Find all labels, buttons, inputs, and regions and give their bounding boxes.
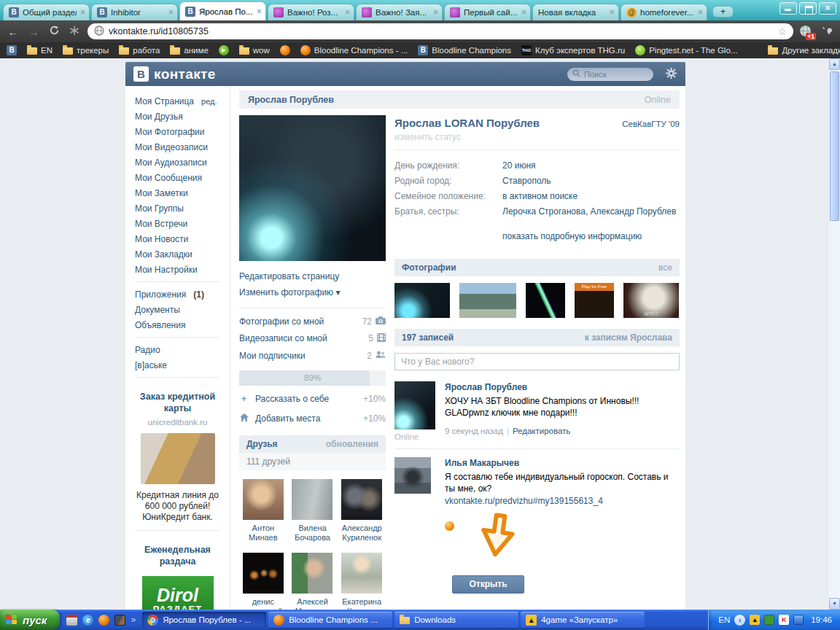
show-full-info-link[interactable]: показать подробную информацию: [502, 228, 642, 244]
friend-aleksey-mishchenko[interactable]: АлексейМищенко: [290, 553, 335, 610]
scrollbar-thumb[interactable]: [830, 71, 839, 221]
tab-close-icon[interactable]: [698, 9, 703, 16]
picture-icon[interactable]: [114, 615, 125, 626]
field-value-link[interactable]: 20 июня: [502, 160, 536, 171]
sidebar-item-settings[interactable]: Мои Настройки: [135, 262, 230, 277]
ad-title[interactable]: Еженедельная раздача: [135, 541, 220, 569]
bookmark-thg[interactable]: THGКлуб экспертов THG.ru: [521, 45, 625, 55]
tab-close-icon[interactable]: [168, 9, 174, 16]
task-bloodline-champions[interactable]: Bloodline Champions ...: [268, 612, 392, 628]
bookmark-play[interactable]: [219, 45, 229, 55]
gear-icon[interactable]: [665, 67, 677, 82]
tray-collapse-icon[interactable]: [734, 615, 745, 626]
ad-dirol[interactable]: Еженедельная раздача Dirol РАЗДАЕТ Стиль…: [135, 535, 230, 610]
tab-perviy-sait[interactable]: Первый сай...: [444, 4, 531, 20]
friend-vilena-bocharova[interactable]: ВиленаБочарова: [290, 479, 335, 542]
restore-button[interactable]: [799, 2, 817, 15]
edit-page-link[interactable]: Редактировать страницу: [239, 268, 386, 284]
tab-close-icon[interactable]: [521, 9, 526, 16]
friend-photo[interactable]: [243, 479, 284, 520]
friend-last-name[interactable]: Куриленок: [342, 533, 381, 542]
tab-vazhno-zaya[interactable]: Важно! Зая...: [356, 4, 443, 20]
post-edit-link[interactable]: Редактировать: [513, 427, 570, 435]
action-add-places[interactable]: Добавить места +10%: [239, 408, 386, 428]
floppy-icon[interactable]: [66, 615, 77, 626]
photo-thumb-neon[interactable]: [526, 283, 565, 318]
bookmark-orange-ball[interactable]: [280, 45, 290, 55]
friend-anton-minaev[interactable]: АнтонМинаев: [241, 479, 286, 542]
new-tab-button[interactable]: [712, 6, 734, 18]
friend-last-name[interactable]: Минаев: [249, 533, 277, 542]
field-value-link[interactable]: Ставрополь: [502, 176, 551, 186]
avatar[interactable]: [394, 457, 431, 494]
friends-title-link[interactable]: Друзья: [246, 439, 278, 449]
tab-close-icon[interactable]: [257, 8, 262, 15]
avatar[interactable]: [394, 381, 435, 429]
friend-first-name[interactable]: Алексей: [290, 597, 335, 607]
friend-first-name[interactable]: Вилена: [290, 524, 335, 533]
task-downloads[interactable]: Downloads: [394, 612, 518, 628]
network-tray-icon[interactable]: [793, 615, 804, 625]
4game-tray-icon[interactable]: [750, 615, 760, 625]
vk-logo[interactable]: В контакте: [133, 66, 216, 82]
bookmark-folder-anime[interactable]: аниме: [170, 46, 208, 55]
tab-yaroslav-active[interactable]: В Ярослав По...: [179, 1, 266, 20]
change-photo-link[interactable]: Изменить фотографию: [239, 284, 386, 300]
tab-new-tab[interactable]: Новая вкладка: [532, 4, 619, 20]
friend-first-name[interactable]: Антон: [241, 524, 286, 533]
sidebar-item-my-page[interactable]: Моя Страница: [135, 93, 194, 109]
tab-close-icon[interactable]: [433, 9, 438, 16]
counter-photos-with-me[interactable]: Фотографии со мной 72: [239, 313, 386, 330]
bookmark-pingtest[interactable]: Pingtest.net - The Glo...: [635, 45, 737, 55]
tab-close-icon[interactable]: [345, 9, 350, 16]
friend-photo[interactable]: [341, 553, 382, 594]
tab-close-icon[interactable]: [610, 9, 615, 16]
back-icon[interactable]: [6, 26, 20, 38]
sidebar-item-radio[interactable]: Радио: [135, 342, 230, 357]
green-chip-tray-icon[interactable]: [764, 615, 774, 625]
action-tell-about-yourself[interactable]: Рассказать о себе +10%: [239, 389, 386, 408]
sidebar-item-apps[interactable]: Приложения: [135, 287, 186, 302]
field-value-link[interactable]: Лерочка Строганова, Александр Порублев: [502, 206, 676, 217]
sidebar-item-meetings[interactable]: Мои Встречи: [135, 216, 230, 231]
start-button[interactable]: пуск: [0, 610, 60, 630]
profile-photo[interactable]: [239, 115, 386, 261]
photo-thumb-ninja[interactable]: [394, 283, 450, 318]
sidebar-item-notes[interactable]: Мои Заметки: [135, 185, 230, 201]
sidebar-item-documents[interactable]: Документы: [135, 302, 230, 317]
bookmark-folder-trackers[interactable]: трекеры: [63, 46, 109, 55]
sidebar-item-friends[interactable]: Мои Друзья: [135, 109, 230, 124]
tab-close-icon[interactable]: [80, 9, 85, 16]
friend-ekaterina-khatenko[interactable]: ЕкатеринаХатенко: [339, 553, 384, 610]
forward-icon[interactable]: [26, 26, 41, 38]
friend-photo[interactable]: [243, 553, 284, 594]
globe-extension-icon[interactable]: +1: [799, 25, 814, 38]
photo-thumb-building[interactable]: [459, 283, 516, 318]
language-indicator[interactable]: EN: [718, 615, 730, 624]
tab-inhibitor[interactable]: B Inhibitor: [91, 4, 178, 20]
tab-vazhno-roz[interactable]: Важно! Роз...: [268, 4, 354, 20]
internet-explorer-icon[interactable]: [82, 615, 93, 626]
friends-updates-link[interactable]: обновления: [326, 439, 378, 449]
wall-link[interactable]: к записям Ярослава: [585, 332, 672, 343]
bookmark-folder-en[interactable]: EN: [27, 46, 52, 55]
tab-obshiy-razdel[interactable]: B Общий раздел: [3, 4, 90, 20]
wall-post-input[interactable]: [394, 353, 680, 370]
orange-ball-icon[interactable]: [98, 615, 109, 626]
address-bar[interactable]: vkontakte.ru/id10805735: [88, 23, 793, 39]
friend-first-name[interactable]: Екатерина: [339, 597, 384, 607]
bookmark-folder-rabota[interactable]: работа: [119, 46, 160, 55]
photos-all-link[interactable]: все: [658, 262, 672, 273]
sidebar-edit-link[interactable]: ред.: [201, 94, 217, 108]
vk-search-input[interactable]: [584, 70, 648, 79]
task-chrome-yaroslav[interactable]: Ярослав Порублев - ...: [142, 612, 266, 628]
field-value-link[interactable]: в активном поиске: [502, 191, 578, 201]
friend-first-name[interactable]: Александр: [339, 524, 384, 533]
snowflake-extension-icon[interactable]: [67, 26, 82, 38]
bookmark-bloodline-2[interactable]: BBloodline Champions: [418, 45, 511, 55]
friend-denis-trilitskiy[interactable]: денистрилицкий: [241, 553, 286, 610]
open-button[interactable]: Открыть: [452, 575, 524, 594]
change-status-link[interactable]: изменить статус: [394, 132, 461, 142]
sidebar-item-videos[interactable]: Мои Видеозаписи: [135, 139, 230, 155]
sidebar-item-groups[interactable]: Мои Группы: [135, 201, 230, 216]
